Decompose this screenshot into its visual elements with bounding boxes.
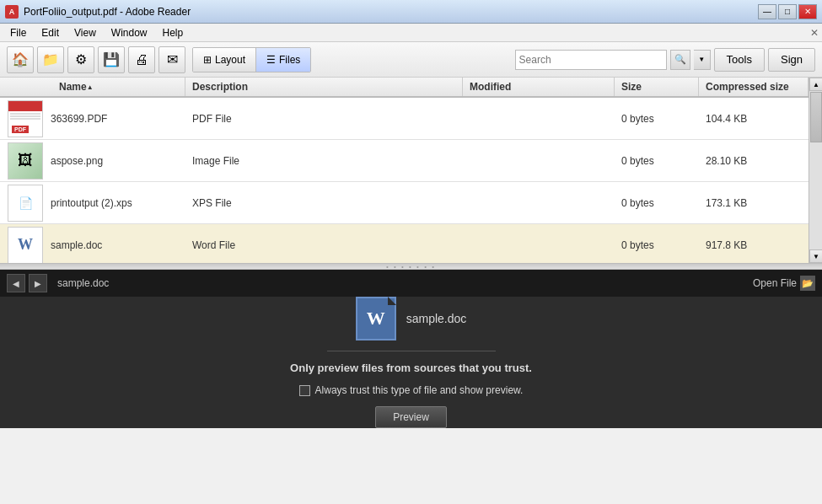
col-header-size[interactable]: Size xyxy=(615,78,699,96)
img-thumbnail: 🖼 xyxy=(8,142,43,180)
preview-toolbar: ◀ ▶ sample.doc Open File 📂 xyxy=(0,270,822,297)
close-button[interactable]: ✕ xyxy=(798,4,817,19)
menu-help[interactable]: Help xyxy=(156,25,191,40)
file-description: XPS File xyxy=(185,197,463,209)
table-row[interactable]: PDF 363699.PDF PDF File 0 bytes 104.4 KB xyxy=(0,98,809,140)
minimize-button[interactable]: — xyxy=(758,4,776,19)
col-header-name[interactable]: Name xyxy=(0,78,185,96)
file-compressed: 173.1 KB xyxy=(699,197,809,209)
file-compressed: 104.4 KB xyxy=(699,113,809,125)
preview-button[interactable]: Preview xyxy=(375,406,447,428)
preview-filename: sample.doc xyxy=(57,277,109,289)
search-icon: 🔍 xyxy=(674,54,686,65)
table-row[interactable]: 🖼 aspose.png Image File 0 bytes 28.10 KB xyxy=(0,140,809,182)
home-icon: 🏠 xyxy=(12,51,29,67)
window-controls: — □ ✕ xyxy=(758,4,817,19)
toolbar-email-button[interactable]: ✉ xyxy=(158,46,185,73)
preview-next-button[interactable]: ▶ xyxy=(29,274,47,292)
scroll-down-button[interactable]: ▼ xyxy=(809,249,822,263)
portfolio-icon: 📁 xyxy=(42,51,59,67)
table-row[interactable]: W sample.doc Word File 0 bytes 917.8 KB xyxy=(0,224,809,263)
table-header: Name Description Modified Size Compresse… xyxy=(0,78,809,98)
doc-thumbnail: W xyxy=(8,227,43,264)
print-icon: 🖨 xyxy=(135,52,148,67)
layout-icon: ⊞ xyxy=(203,54,212,66)
scroll-thumb[interactable] xyxy=(810,92,822,142)
file-compressed: 917.8 KB xyxy=(699,239,809,251)
col-header-description[interactable]: Description xyxy=(185,78,463,96)
chevron-down-icon: ▼ xyxy=(698,56,705,63)
file-compressed: 28.10 KB xyxy=(699,155,809,167)
app-icon: A xyxy=(5,5,19,19)
file-name: aspose.png xyxy=(51,155,185,167)
window-title: PortFoliio_output.pdf - Adobe Reader xyxy=(24,6,191,18)
files-label: Files xyxy=(279,54,300,66)
vertical-scrollbar[interactable]: ▲ ▼ xyxy=(809,78,822,263)
search-dropdown-button[interactable]: ▼ xyxy=(694,50,711,70)
file-icon-img: 🖼 xyxy=(0,142,51,180)
menu-bar: File Edit View Window Help ✕ xyxy=(0,24,822,42)
pdf-thumbnail: PDF xyxy=(8,100,43,137)
file-size: 0 bytes xyxy=(615,239,699,251)
search-input[interactable] xyxy=(519,54,646,66)
layout-label: Layout xyxy=(215,54,245,66)
file-table: Name Description Modified Size Compresse… xyxy=(0,78,809,263)
xps-thumbnail: 📄 xyxy=(8,185,43,222)
file-description: Image File xyxy=(185,155,463,167)
file-name: 363699.PDF xyxy=(51,113,185,125)
menu-view[interactable]: View xyxy=(67,25,103,40)
toolbar-home-button[interactable]: 🏠 xyxy=(7,46,34,73)
view-toggle-group: ⊞ Layout ☰ Files xyxy=(192,47,311,72)
file-name: sample.doc xyxy=(51,239,185,251)
preview-content: sample.doc Only preview files from sourc… xyxy=(0,297,822,428)
trust-checkbox-label: Always trust this type of file and show … xyxy=(315,384,524,396)
toolbar: 🏠 📁 ⚙ 💾 🖨 ✉ ⊞ Layout ☰ Files 🔍 ▼ Tools S… xyxy=(0,42,822,78)
preview-warning-text: Only preview files from sources that you… xyxy=(290,362,532,374)
menu-edit[interactable]: Edit xyxy=(35,25,66,40)
file-icon-xps: 📄 xyxy=(0,185,51,222)
search-button[interactable]: 🔍 xyxy=(670,50,690,70)
file-size: 0 bytes xyxy=(615,155,699,167)
doc-preview-icon xyxy=(356,297,396,340)
sign-button[interactable]: Sign xyxy=(768,48,815,72)
col-header-modified[interactable]: Modified xyxy=(463,78,615,96)
scroll-up-button[interactable]: ▲ xyxy=(809,78,822,91)
trust-checkbox[interactable] xyxy=(299,385,310,396)
open-file-button[interactable]: Open File 📂 xyxy=(753,276,815,291)
save-icon: 💾 xyxy=(103,51,120,67)
file-icon-doc: W xyxy=(0,227,51,264)
open-file-label: Open File xyxy=(753,277,797,289)
settings-icon: ⚙ xyxy=(75,51,87,67)
scroll-track xyxy=(809,91,822,249)
maximize-button[interactable]: □ xyxy=(778,4,797,19)
col-header-compressed[interactable]: Compressed size xyxy=(699,78,809,96)
open-file-icon: 📂 xyxy=(800,276,815,291)
toolbar-portfolio-button[interactable]: 📁 xyxy=(37,46,64,73)
title-bar: A PortFoliio_output.pdf - Adobe Reader —… xyxy=(0,0,822,24)
table-row[interactable]: 📄 printoutput (2).xps XPS File 0 bytes 1… xyxy=(0,182,809,224)
menu-window[interactable]: Window xyxy=(105,25,154,40)
file-name: printoutput (2).xps xyxy=(51,197,185,209)
toolbar-save-button[interactable]: 💾 xyxy=(98,46,125,73)
layout-button[interactable]: ⊞ Layout xyxy=(193,48,256,72)
menu-close-icon[interactable]: ✕ xyxy=(810,27,819,39)
toolbar-settings-button[interactable]: ⚙ xyxy=(67,46,94,73)
files-button[interactable]: ☰ Files xyxy=(256,48,310,72)
email-icon: ✉ xyxy=(167,51,178,67)
preview-panel: ◀ ▶ sample.doc Open File 📂 sample.doc On… xyxy=(0,270,822,428)
toolbar-print-button[interactable]: 🖨 xyxy=(128,46,155,73)
resize-handle[interactable]: • • • • • • • xyxy=(0,263,822,270)
file-size: 0 bytes xyxy=(615,197,699,209)
preview-divider xyxy=(327,351,496,351)
menu-file[interactable]: File xyxy=(3,25,33,40)
preview-file-icon-group: sample.doc xyxy=(356,297,467,340)
file-size: 0 bytes xyxy=(615,113,699,125)
files-icon: ☰ xyxy=(266,54,276,66)
preview-checkbox-row: Always trust this type of file and show … xyxy=(299,384,524,396)
file-description: PDF File xyxy=(185,113,463,125)
file-area: Name Description Modified Size Compresse… xyxy=(0,78,822,263)
tools-button[interactable]: Tools xyxy=(714,48,765,72)
preview-doc-name: sample.doc xyxy=(406,312,467,325)
search-box xyxy=(515,50,667,70)
preview-prev-button[interactable]: ◀ xyxy=(7,274,25,292)
